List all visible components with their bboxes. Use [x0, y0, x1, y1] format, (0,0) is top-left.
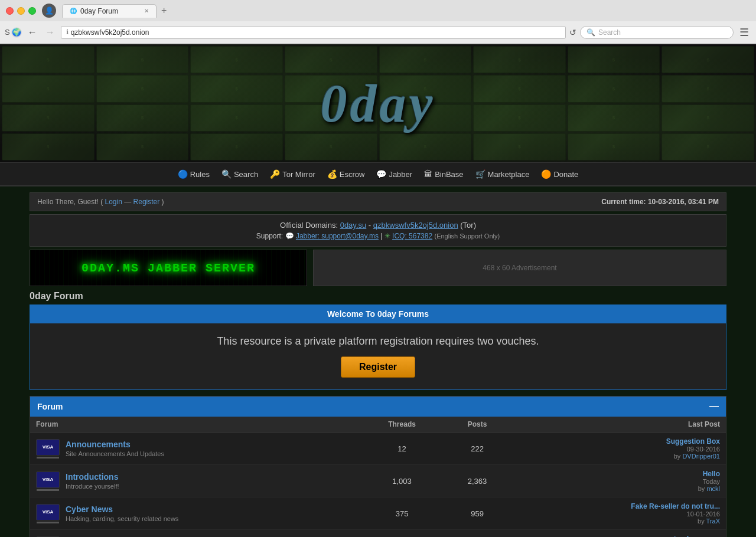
money-tile: $ — [190, 133, 283, 161]
browser-menu-button[interactable]: ☰ — [737, 26, 751, 39]
threads-cell-0: 12 — [360, 433, 444, 465]
close-button[interactable] — [6, 7, 14, 15]
nav-escrow-label: Escrow — [340, 170, 365, 179]
money-tile: $ — [473, 46, 566, 73]
maximize-button[interactable] — [28, 7, 36, 15]
jabber-nav-icon: 💬 — [376, 169, 386, 179]
nav-donate[interactable]: 🟠 Donate — [536, 168, 583, 181]
collapse-button[interactable]: — — [709, 401, 719, 412]
nav-tor-mirror[interactable]: 🔑 Tor Mirror — [265, 168, 320, 181]
col-threads: Threads — [360, 417, 444, 433]
forum-name-link-1[interactable]: Introductions — [66, 472, 119, 482]
money-tile: $ — [2, 104, 94, 132]
address-bar[interactable]: ℹ qzbkwswfv5k2oj5d.onion — [61, 26, 566, 39]
url-text: qzbkwswfv5k2oj5d.onion — [71, 28, 149, 37]
tab-favicon: 🌐 — [70, 8, 77, 14]
new-tab-button[interactable]: + — [157, 5, 171, 16]
nav-rules[interactable]: 🔵 Rules — [173, 168, 214, 181]
money-tile: $ — [662, 75, 754, 102]
last-post-info-1: Hello Today by mckl — [516, 470, 720, 492]
info-icon: ℹ — [66, 28, 69, 36]
threads-cell-2: 375 — [360, 497, 444, 530]
minimize-button[interactable] — [17, 7, 25, 15]
last-post-title-3[interactable]: sing for ur gun — [516, 535, 720, 537]
forum-name-cell-1: VISA Introductions Introduce yourself! — [36, 471, 354, 491]
icq-link[interactable]: ICQ: 567382 — [392, 232, 432, 240]
forum-icon-line-1 — [37, 489, 59, 491]
reload-button[interactable]: ↺ — [569, 28, 576, 37]
money-tile: $ — [473, 75, 566, 102]
forum-name-info-0: Announcements Site Announcements And Upd… — [66, 440, 164, 457]
money-tile: $ — [190, 46, 283, 73]
search-bar[interactable]: 🔍 Search — [580, 26, 734, 39]
money-tile: $ — [473, 104, 566, 132]
forum-icon-wrapper-1: VISA — [36, 471, 60, 491]
threads-count-2: 375 — [396, 509, 409, 518]
last-post-user-1[interactable]: mckl — [706, 485, 720, 492]
forum-table-header: Forum Threads Posts Last Post — [30, 417, 726, 433]
forum-name-info-1: Introductions Introduce yourself! — [66, 472, 119, 490]
back-button[interactable]: ← — [25, 25, 40, 40]
nav-marketplace[interactable]: 🛒 Marketplace — [471, 168, 535, 181]
binbase-icon: 🏛 — [424, 169, 432, 179]
threads-cell-1: 1,003 — [360, 465, 444, 497]
money-tile: $ — [379, 133, 472, 161]
nav-escrow[interactable]: 💰 Escrow — [322, 168, 370, 181]
extension-icon-2[interactable]: 🌍 — [11, 27, 22, 38]
marketplace-icon: 🛒 — [475, 169, 485, 179]
extension-icon-1[interactable]: S — [5, 28, 10, 37]
forward-button[interactable]: → — [43, 25, 57, 40]
money-tile: $ — [2, 75, 94, 102]
forum-cell-1: VISA Introductions Introduce yourself! — [30, 465, 360, 497]
domain1-link[interactable]: 0day.su — [340, 221, 367, 230]
register-button[interactable]: Register — [341, 356, 415, 378]
forum-visa-icon-1: VISA — [36, 471, 60, 488]
nav-jabber[interactable]: 💬 Jabber — [372, 168, 417, 181]
last-post-title-2[interactable]: Fake Re-seller do not tru... — [516, 502, 720, 510]
forum-name-link-0[interactable]: Announcements — [66, 440, 164, 449]
forum-cell-2: VISA Cyber News Hacking, carding, securi… — [30, 497, 360, 530]
browser-chrome: 👤 🌐 0day Forum ✕ + S 🌍 ← → ℹ qzbkwswfv5k… — [0, 0, 756, 44]
last-post-user-2[interactable]: TraX — [706, 518, 720, 525]
nav-search[interactable]: 🔍 Search — [217, 168, 263, 181]
posts-count-0: 222 — [471, 444, 484, 453]
domain2-link[interactable]: qzbkwswfv5k2oj5d.onion — [373, 221, 458, 230]
advertisement-box[interactable]: 468 x 60 Advertisement — [313, 250, 726, 286]
tab-close-icon[interactable]: ✕ — [144, 8, 149, 14]
welcome-banner: Welcome To 0day Forums — [30, 304, 726, 323]
threads-cell-3: 278 — [360, 530, 444, 538]
jabber-banner-inner: 0DAY.MS JABBER SERVER — [30, 250, 307, 286]
current-time-value: 10-03-2016, 03:41 PM — [648, 198, 719, 206]
nav-binbase-label: BinBase — [435, 170, 463, 179]
guest-bar: Hello There, Guest! ( Login — Register )… — [30, 192, 726, 211]
forum-icon-wrapper-0: VISA — [36, 439, 60, 459]
last-post-title-0[interactable]: Suggestion Box — [516, 437, 720, 446]
icq-icon: ✳ — [384, 232, 392, 240]
forum-visa-icon-0: VISA — [36, 439, 60, 456]
titlebar: 👤 🌐 0day Forum ✕ + — [0, 0, 756, 21]
active-tab[interactable]: 🌐 0day Forum ✕ — [62, 4, 157, 18]
forum-desc-1: Introduce yourself! — [66, 483, 119, 490]
domain2-suffix: (Tor) — [460, 221, 476, 230]
money-tile: $ — [568, 104, 660, 132]
last-post-info-0: Suggestion Box 09-30-2016 by DVDripper01 — [516, 437, 720, 460]
forum-cell-3: VISA Offtopic Talk about anything here. — [30, 530, 360, 538]
posts-cell-1: 2,363 — [444, 465, 511, 497]
last-post-user-0[interactable]: DVDripper01 — [682, 453, 720, 460]
jabber-link[interactable]: Jabber: support@0day.ms — [296, 232, 379, 240]
forum-row: VISA Introductions Introduce yourself! 1… — [30, 465, 726, 497]
last-post-cell-1: Hello Today by mckl — [510, 465, 726, 497]
site-header: $ $ $ $ $ $ $ $ $ $ $ $ $ $ $ $ $ $ $ $ … — [0, 44, 756, 162]
browser-toolbar: S 🌍 ← → ℹ qzbkwswfv5k2oj5d.onion ↺ 🔍 Sea… — [0, 21, 756, 44]
nav-binbase[interactable]: 🏛 BinBase — [419, 168, 468, 181]
last-post-by-1: by mckl — [516, 485, 720, 492]
domain-line: Official Domains: 0day.su - qzbkwswfv5k2… — [36, 221, 720, 230]
login-link[interactable]: Login — [105, 198, 122, 206]
forum-name-link-2[interactable]: Cyber News — [66, 505, 178, 514]
jabber-ad-banner[interactable]: 0DAY.MS JABBER SERVER — [30, 250, 307, 286]
domains-bar: Official Domains: 0day.su - qzbkwswfv5k2… — [30, 214, 726, 247]
last-post-title-1[interactable]: Hello — [516, 470, 720, 478]
toolbar-left: S 🌍 — [5, 27, 22, 38]
support-line: Support: 💬 Jabber: support@0day.ms | ✳ I… — [36, 232, 720, 240]
register-link[interactable]: Register — [133, 198, 160, 206]
